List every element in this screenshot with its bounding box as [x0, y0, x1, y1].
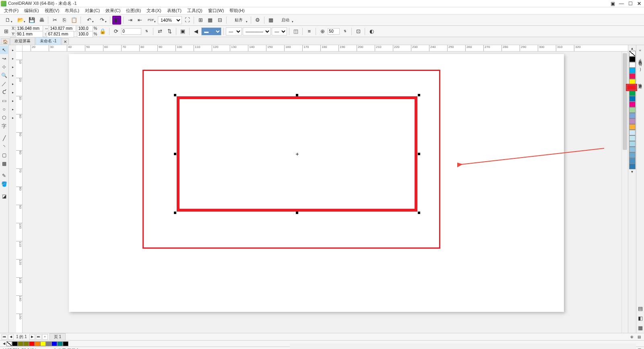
docker-item-icon[interactable]: ◧ [636, 314, 644, 322]
menu-text[interactable]: 文本(X) [144, 7, 164, 14]
flyout-icon[interactable]: ▸ [9, 71, 17, 79]
shape-tool[interactable]: ↝ [0, 54, 8, 62]
polygon-tool[interactable]: ⬡ [0, 114, 8, 122]
docker-item-icon[interactable]: ▦ [636, 323, 644, 332]
add-page-button[interactable]: + [42, 334, 48, 340]
export-button[interactable]: ⇤ [135, 16, 144, 25]
ellipse-tool[interactable]: ○ [0, 105, 8, 113]
menu-bitmap[interactable]: 位图(B) [124, 7, 143, 14]
color-swatch[interactable] [46, 341, 52, 346]
color-swatch[interactable] [629, 141, 636, 147]
fullscreen-button[interactable]: ⛶ [183, 16, 192, 25]
to-front-button[interactable]: ▣ [178, 27, 187, 36]
wrap-button[interactable]: ◫ [291, 27, 300, 36]
color-swatch[interactable] [52, 341, 57, 346]
selection-handle-mr[interactable] [418, 153, 420, 155]
menu-help[interactable]: 帮助(H) [227, 7, 247, 14]
transparency-tool[interactable]: ▩ [0, 160, 8, 168]
save-button[interactable]: 💾 [27, 16, 36, 25]
menu-tools[interactable]: 工具(Q) [185, 7, 205, 14]
open-button[interactable]: 📂 [14, 16, 27, 25]
selection-center[interactable] [296, 153, 299, 156]
snap-button[interactable]: 贴齐 [229, 16, 249, 25]
color-swatch[interactable] [629, 124, 636, 130]
color-swatch[interactable] [63, 341, 68, 346]
ruler-horizontal[interactable]: 2030405060708090100110120130140150160170… [23, 45, 628, 52]
extra-button[interactable]: ◐ [367, 27, 376, 36]
publish-pdf-button[interactable]: PDF [145, 16, 157, 25]
selection-handle-br[interactable] [418, 212, 420, 214]
copies-spin[interactable]: ⇅ [341, 27, 349, 36]
color-swatch[interactable] [629, 158, 636, 164]
nav-tool-icon[interactable]: ▤ [636, 334, 642, 340]
palette-down-button[interactable]: ▼ [628, 169, 637, 174]
cut-button[interactable]: ✂ [50, 16, 59, 25]
docker-label-nocolor[interactable]: 无颜色(N) [638, 57, 643, 72]
flyout-icon[interactable]: ▸ [9, 63, 17, 71]
rotation-spin[interactable]: ⇅ [142, 27, 151, 36]
color-swatch[interactable] [629, 56, 636, 62]
flyout-icon[interactable]: ▸ [9, 114, 17, 122]
menu-effects[interactable]: 效果(C) [103, 7, 123, 14]
mirror-h-button[interactable]: ⇄ [155, 27, 164, 36]
flyout-icon[interactable]: ▸ [9, 54, 17, 62]
launch-button[interactable]: 启动 [276, 16, 295, 25]
copies-input[interactable] [328, 28, 340, 35]
color-swatch[interactable] [629, 118, 636, 124]
palette-left-button[interactable]: ◀ [2, 339, 6, 348]
menu-table[interactable]: 表格(T) [165, 7, 184, 14]
zoom-select[interactable]: 140% [158, 16, 182, 24]
menu-object[interactable]: 对象(C) [83, 7, 102, 14]
color-swatch[interactable] [57, 341, 63, 346]
tab-close-button[interactable]: ✕ [62, 38, 69, 45]
first-page-button[interactable]: ⏮ [2, 334, 7, 340]
menu-view[interactable]: 视图(V) [42, 7, 62, 14]
scrollbar-horizontal[interactable] [290, 343, 636, 349]
flyout-icon[interactable]: ▸ [9, 80, 17, 88]
selection-handle-tl[interactable] [174, 94, 176, 96]
pick-tool[interactable]: ↖ [0, 46, 8, 54]
connector-tool[interactable]: ◝ [0, 143, 8, 151]
docker-item-icon[interactable]: ▤ [636, 304, 644, 313]
freehand-tool[interactable]: ／ [0, 80, 8, 88]
text-tool[interactable]: 字 [0, 122, 8, 130]
ruler-vertical[interactable]: 102030405060708090100110120130140150 [16, 52, 23, 333]
artistic-tool[interactable]: Ƈ [0, 88, 8, 96]
docker-label-quick[interactable]: 快速自定 [638, 81, 643, 82]
color-swatch[interactable] [6, 341, 12, 346]
color-swatch[interactable] [629, 90, 636, 96]
undo-button[interactable]: ↶ [83, 16, 95, 25]
next-page-button[interactable]: ▶ [29, 334, 35, 340]
color-swatch[interactable] [29, 341, 35, 346]
redo-button[interactable]: ↷ [96, 16, 108, 25]
color-swatch[interactable] [40, 341, 46, 346]
menu-window[interactable]: 窗口(W) [206, 7, 227, 14]
palette-up-button[interactable]: ▲ [628, 46, 637, 51]
nav-tool-icon[interactable]: ⊕ [629, 334, 635, 340]
selection-handle-tm[interactable] [296, 94, 298, 96]
menu-layout[interactable]: 布局(L) [62, 7, 81, 14]
color-swatch[interactable] [629, 62, 636, 68]
flyout-icon[interactable]: ▸ [9, 46, 17, 54]
page-tab[interactable]: 页 1 [50, 333, 66, 341]
document-tab[interactable]: 未命名 -1 [35, 37, 61, 45]
new-button[interactable]: 🗋 [2, 16, 14, 25]
close-button[interactable]: ✕ [635, 1, 643, 6]
align-text-button[interactable]: ≡ [305, 27, 314, 36]
menu-edit[interactable]: 编辑(E) [22, 7, 41, 14]
color-swatch[interactable] [629, 113, 636, 118]
scale-y-input[interactable] [77, 31, 93, 37]
color-swatch[interactable] [35, 341, 40, 346]
menu-file[interactable]: 文件(F) [2, 7, 21, 14]
copy-button[interactable]: ⎘ [60, 16, 69, 25]
color-swatch[interactable] [12, 341, 18, 346]
color-swatch[interactable] [627, 85, 636, 90]
color-swatch[interactable] [629, 68, 636, 73]
canvas-viewport[interactable] [23, 52, 628, 333]
selection-handle-bm[interactable] [296, 212, 298, 214]
fill-tool[interactable]: 🪣 [0, 180, 8, 188]
eyedropper-tool[interactable]: ✎ [0, 172, 8, 180]
color-swatch[interactable] [629, 107, 636, 113]
ruler-corner[interactable] [16, 45, 23, 52]
drop-shadow-tool[interactable]: ▢ [0, 151, 8, 159]
